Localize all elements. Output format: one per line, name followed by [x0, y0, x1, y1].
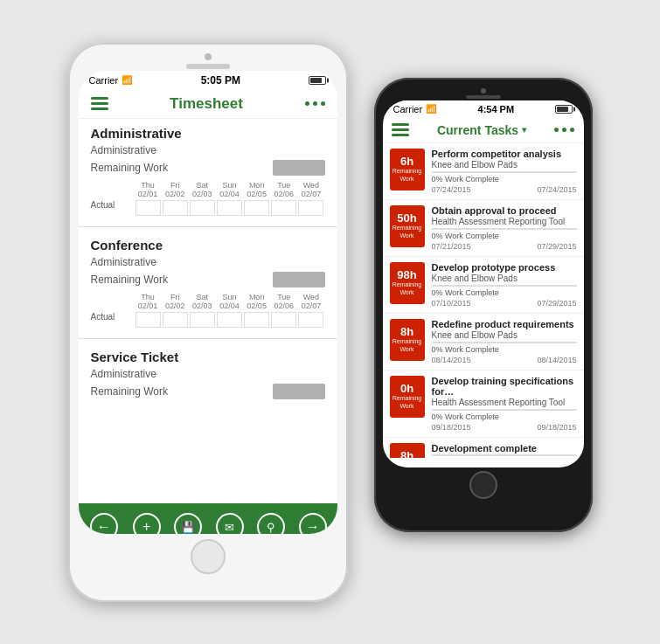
- task-hours-5: 8h: [400, 450, 413, 458]
- conf-day-fri: Fri02/02: [162, 293, 189, 310]
- add-icon: +: [133, 513, 161, 534]
- toolbar-next-btn[interactable]: → Next: [299, 513, 327, 534]
- task-title-1: Obtain approval to proceed: [432, 205, 577, 216]
- admin-cell-thu[interactable]: [135, 200, 161, 216]
- task-meta-0: 07/24/2015 07/24/2015: [432, 185, 577, 194]
- phone2-status-left: Carrier 📶: [393, 104, 437, 114]
- task-item-3[interactable]: 8h RemainingWork Redefine product requir…: [383, 314, 584, 370]
- task-date-end-0: 07/24/2015: [537, 185, 576, 194]
- current-tasks-title: Current Tasks ▾: [437, 123, 526, 137]
- admin-cell-sat[interactable]: [190, 200, 215, 216]
- task-info-4: Develop training specifications for… Hea…: [432, 376, 577, 432]
- phone1-status-left: Carrier 📶: [89, 75, 133, 86]
- section-title-conference: Conference: [79, 231, 337, 254]
- section-conference: Conference Administrative Remaining Work…: [79, 231, 337, 335]
- task-percent-4: 0% Work Complete: [432, 412, 577, 421]
- conf-cell-thu[interactable]: [135, 312, 161, 328]
- phone1-home-button[interactable]: [191, 539, 226, 574]
- admin-cell-mon[interactable]: [244, 200, 269, 216]
- phone2-camera: [481, 88, 486, 93]
- svc-sub-label: Administrative: [79, 366, 337, 382]
- conf-cell-mon[interactable]: [244, 312, 269, 328]
- task-badge-sub-1: RemainingWork: [393, 225, 421, 239]
- admin-day-sun: Sun02/04: [216, 181, 243, 198]
- task-hours-2: 98h: [397, 269, 416, 281]
- conf-cell-sat[interactable]: [190, 312, 215, 328]
- task-meta-3: 08/14/2015 08/14/2015: [432, 356, 577, 364]
- battery-icon: [309, 76, 326, 85]
- task-item-1[interactable]: 50h RemainingWork Obtain approval to pro…: [383, 200, 584, 257]
- admin-remaining-row: Remaining Work: [79, 158, 337, 177]
- dot3: [321, 101, 325, 106]
- conf-remaining-row: Remaining Work: [79, 270, 337, 289]
- toolbar-save-btn[interactable]: 💾 Save: [174, 513, 202, 534]
- admin-cell-sun[interactable]: [217, 200, 242, 216]
- conf-cell-tue[interactable]: [271, 312, 296, 328]
- task-progress-bar-0: [432, 171, 577, 173]
- toolbar-send-btn[interactable]: ✉ Send: [216, 513, 244, 534]
- p2-hamburger-line1: [392, 123, 409, 126]
- task-hours-1: 50h: [397, 212, 416, 225]
- phone2-screen: Carrier 📶 4:54 PM: [383, 100, 584, 467]
- task-percent-0: 0% Work Complete: [432, 175, 577, 184]
- task-date-end-3: 08/14/2015: [537, 356, 576, 364]
- phone1-screen: Carrier 📶 5:05 PM: [79, 71, 337, 534]
- task-badge-0: 6h RemainingWork: [390, 149, 425, 190]
- task-progress-bar-1: [432, 228, 577, 230]
- task-project-2: Knee and Elbow Pads: [432, 274, 577, 283]
- task-badge-sub-4: RemainingWork: [393, 395, 421, 410]
- task-hours-4: 0h: [400, 383, 413, 395]
- hamburger-line1: [91, 97, 108, 100]
- p2-dots-menu[interactable]: [554, 128, 574, 132]
- task-percent-2: 0% Work Complete: [432, 288, 577, 297]
- hamburger-menu[interactable]: [91, 97, 108, 110]
- admin-cell-tue[interactable]: [271, 200, 296, 216]
- dots-menu[interactable]: [305, 101, 325, 106]
- conf-day-sat: Sat02/03: [189, 293, 216, 310]
- conf-day-tue: Tue02/06: [270, 293, 297, 310]
- admin-cell-fri[interactable]: [163, 200, 188, 216]
- conf-remaining-box: [273, 272, 325, 287]
- hamburger-line3: [91, 107, 108, 110]
- conf-cell-fri[interactable]: [163, 312, 188, 328]
- task-item-2[interactable]: 98h RemainingWork Develop prototype proc…: [383, 257, 584, 314]
- task-badge-5: 8h RemainingWork: [390, 443, 425, 458]
- task-item-0[interactable]: 6h RemainingWork Perform competitor anal…: [383, 143, 584, 200]
- conf-days-header: Thu02/01 Fri02/02 Sat02/03 Sun02/04 Mon0…: [79, 289, 337, 310]
- admin-day-sat: Sat02/03: [189, 181, 216, 198]
- task-badge-sub-2: RemainingWork: [393, 281, 421, 296]
- task-date-start-4: 09/18/2015: [432, 423, 471, 432]
- p2-hamburger-menu[interactable]: [392, 123, 409, 136]
- svc-remaining-row: Remaining Work: [79, 382, 337, 401]
- phone2-home-button[interactable]: [469, 471, 497, 499]
- admin-cell-wed[interactable]: [298, 200, 323, 216]
- task-project-4: Health Assessment Reporting Tool: [432, 398, 577, 407]
- carrier-label: Carrier: [89, 75, 119, 86]
- admin-day-fri: Fri02/02: [162, 181, 189, 198]
- task-project-0: Knee and Elbow Pads: [432, 160, 577, 170]
- task-item-5[interactable]: 8h RemainingWork Development complete: [383, 438, 584, 458]
- divider2: [79, 338, 337, 339]
- task-percent-1: 0% Work Complete: [432, 232, 577, 240]
- toolbar-previous-btn[interactable]: ← Previous: [88, 513, 119, 534]
- task-hours-3: 8h: [400, 326, 413, 338]
- task-badge-2: 98h RemainingWork: [390, 262, 425, 304]
- conf-day-mon: Mon02/05: [243, 293, 270, 310]
- phone1-app-header: Timesheet: [79, 90, 337, 119]
- task-meta-4: 09/18/2015 09/18/2015: [432, 423, 577, 432]
- task-item-4[interactable]: 0h RemainingWork Develop training specif…: [383, 370, 584, 438]
- toolbar-filter-btn[interactable]: ⚲ Filter: [257, 513, 285, 534]
- ct-dropdown-arrow[interactable]: ▾: [522, 125, 526, 135]
- conf-cell-sun[interactable]: [217, 312, 242, 328]
- section-service-ticket: Service Ticket Administrative Remaining …: [79, 343, 337, 401]
- time-label: 5:05 PM: [201, 74, 240, 87]
- p2-battery-fill: [557, 107, 568, 112]
- conf-cell-wed[interactable]: [298, 312, 323, 328]
- task-progress-bar-5: [432, 454, 577, 456]
- p2-carrier-label: Carrier: [393, 104, 423, 114]
- toolbar-add-btn[interactable]: + Add: [133, 513, 161, 534]
- ct-title-text: Current Tasks: [437, 123, 518, 137]
- task-date-start-0: 07/24/2015: [432, 185, 471, 194]
- conf-days-empty: [91, 293, 135, 310]
- conf-day-thu: Thu02/01: [135, 293, 162, 310]
